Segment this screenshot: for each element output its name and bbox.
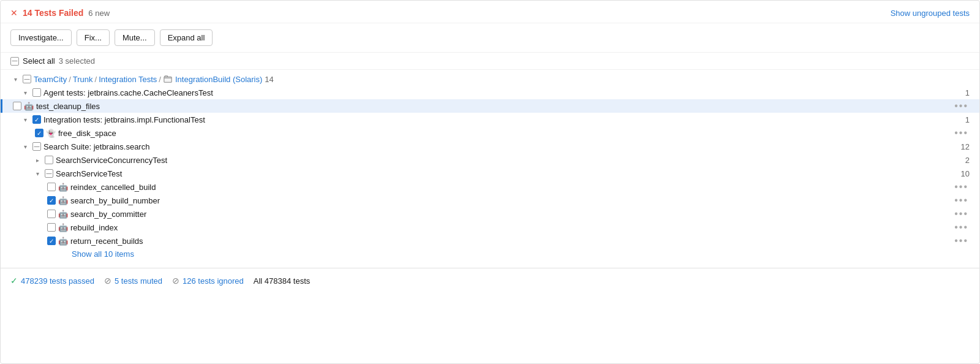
search-suite-label: Search Suite: jetbrains.search <box>43 142 959 151</box>
rebuild-index-label: rebuild_index <box>70 223 952 232</box>
agent-tests-group-row: Agent tests: jetbrains.cache.CacheCleane… <box>1 86 979 99</box>
new-badge: 6 new <box>88 9 110 18</box>
mute-button[interactable]: Mute... <box>115 29 155 46</box>
breadcrumb-checkbox[interactable] <box>23 75 31 83</box>
return-recent-builds-label: return_recent_builds <box>70 237 952 246</box>
concurrency-test-count: 2 <box>965 156 970 165</box>
free-disk-space-icon: 👻 <box>46 128 56 138</box>
passed-item: ✓ 478239 tests passed <box>10 276 94 286</box>
search-by-build-icon: 🤖 <box>58 195 68 205</box>
reindex-cancelled-checkbox[interactable] <box>47 183 56 191</box>
failed-title: 14 Tests Failed <box>23 8 83 18</box>
test-cleanup-files-row: 🤖 test_cleanup_files ••• <box>1 99 979 113</box>
test-cleanup-files-more[interactable]: ••• <box>952 101 970 111</box>
service-test-checkbox[interactable] <box>45 169 53 178</box>
breadcrumb-teamcity[interactable]: TeamCity <box>34 75 67 84</box>
integration-build-count: 14 <box>265 75 273 84</box>
select-all-row: Select all 3 selected <box>1 53 979 70</box>
slash-2: / <box>95 75 97 84</box>
breadcrumb-chevron[interactable] <box>10 74 20 84</box>
service-test-row: SearchServiceTest 10 <box>1 167 979 180</box>
test-cleanup-files-icon: 🤖 <box>24 101 34 111</box>
expand-all-button[interactable]: Expand all <box>160 29 213 46</box>
ignored-icon: ⊘ <box>172 276 179 286</box>
select-all-label: Select all <box>23 56 55 66</box>
header: ✕ 14 Tests Failed 6 new Show ungrouped t… <box>1 1 979 23</box>
return-recent-builds-more[interactable]: ••• <box>952 236 970 246</box>
ignored-item: ⊘ 126 tests ignored <box>172 276 244 286</box>
header-left: ✕ 14 Tests Failed 6 new <box>10 8 110 18</box>
search-by-committer-label: search_by_committer <box>70 210 952 219</box>
slash-3: / <box>159 75 161 84</box>
search-suite-group-row: Search Suite: jetbrains.search 12 <box>1 140 979 153</box>
concurrency-test-label: SearchServiceConcurrencyTest <box>56 156 963 165</box>
ignored-link[interactable]: 126 tests ignored <box>183 276 244 286</box>
passed-link[interactable]: 478239 tests passed <box>21 276 94 286</box>
total-label: All 478384 tests <box>254 276 311 286</box>
integration-tests-chevron[interactable] <box>20 115 30 124</box>
agent-tests-label: Agent tests: jetbrains.cache.CacheCleane… <box>43 88 963 97</box>
footer: ✓ 478239 tests passed ⊘ 5 tests muted ⊘ … <box>1 268 979 293</box>
breadcrumb-row: TeamCity / Trunk / Integration Tests / I… <box>1 72 979 86</box>
concurrency-test-chevron[interactable] <box>32 155 42 165</box>
test-cleanup-files-checkbox[interactable] <box>13 102 21 110</box>
rebuild-index-more[interactable]: ••• <box>952 222 970 232</box>
muted-item: ⊘ 5 tests muted <box>104 276 162 286</box>
fix-button[interactable]: Fix... <box>77 29 110 46</box>
slash-1: / <box>69 75 71 84</box>
search-by-committer-checkbox[interactable] <box>47 210 56 218</box>
toolbar: Investigate... Fix... Mute... Expand all <box>1 23 979 53</box>
folder-icon <box>163 74 173 84</box>
breadcrumb-trunk[interactable]: Trunk <box>73 75 93 84</box>
breadcrumb-integration-build[interactable]: IntegrationBuild (Solaris) <box>175 75 262 84</box>
passed-check-icon: ✓ <box>10 276 18 286</box>
tree-content: TeamCity / Trunk / Integration Tests / I… <box>1 70 979 263</box>
service-test-count: 10 <box>961 169 970 178</box>
return-recent-builds-checkbox[interactable] <box>47 237 56 245</box>
return-recent-builds-row: 🤖 return_recent_builds ••• <box>1 234 979 248</box>
search-by-committer-row: 🤖 search_by_committer ••• <box>1 207 979 221</box>
search-suite-chevron[interactable] <box>20 142 30 151</box>
search-suite-checkbox[interactable] <box>32 142 41 151</box>
reindex-cancelled-label: reindex_cancelled_build <box>70 183 952 192</box>
show-all-link[interactable]: Show all 10 items <box>1 248 979 260</box>
reindex-cancelled-icon: 🤖 <box>58 182 68 192</box>
rebuild-index-checkbox[interactable] <box>47 223 56 232</box>
integration-tests-group-row: Integration tests: jetbrains.impl.Functi… <box>1 113 979 126</box>
concurrency-test-row: SearchServiceConcurrencyTest 2 <box>1 153 979 167</box>
selected-count: 3 selected <box>59 56 95 66</box>
search-by-build-row: 🤖 search_by_build_number ••• <box>1 194 979 207</box>
investigate-button[interactable]: Investigate... <box>10 29 72 46</box>
agent-tests-count: 1 <box>965 88 970 97</box>
breadcrumb-integration-tests[interactable]: Integration Tests <box>99 75 157 84</box>
search-by-committer-more[interactable]: ••• <box>952 209 970 219</box>
agent-tests-chevron[interactable] <box>20 88 30 97</box>
main-container: ✕ 14 Tests Failed 6 new Show ungrouped t… <box>0 0 980 364</box>
service-test-chevron[interactable] <box>32 169 42 178</box>
failed-icon: ✕ <box>10 8 18 18</box>
show-ungrouped-link[interactable]: Show ungrouped tests <box>891 9 970 18</box>
search-by-committer-icon: 🤖 <box>58 209 68 219</box>
test-cleanup-files-label: test_cleanup_files <box>36 102 952 111</box>
rebuild-index-icon: 🤖 <box>58 222 68 232</box>
service-test-label: SearchServiceTest <box>56 169 959 178</box>
free-disk-space-more[interactable]: ••• <box>952 128 970 138</box>
integration-tests-checkbox[interactable] <box>32 115 41 124</box>
integration-tests-count: 1 <box>965 115 970 124</box>
return-recent-builds-icon: 🤖 <box>58 236 68 246</box>
search-suite-count: 12 <box>961 142 970 151</box>
reindex-cancelled-row: 🤖 reindex_cancelled_build ••• <box>1 180 979 194</box>
muted-link[interactable]: 5 tests muted <box>115 276 162 286</box>
integration-tests-label: Integration tests: jetbrains.impl.Functi… <box>43 115 963 124</box>
agent-tests-checkbox[interactable] <box>32 88 41 97</box>
reindex-cancelled-more[interactable]: ••• <box>952 182 970 192</box>
select-all-checkbox[interactable] <box>10 57 19 66</box>
total-item: All 478384 tests <box>254 276 311 286</box>
free-disk-space-checkbox[interactable] <box>35 129 43 137</box>
concurrency-test-checkbox[interactable] <box>45 156 53 164</box>
free-disk-space-row: 👻 free_disk_space ••• <box>1 126 979 140</box>
search-by-build-checkbox[interactable] <box>47 196 56 205</box>
muted-icon: ⊘ <box>104 276 111 286</box>
free-disk-space-label: free_disk_space <box>58 129 952 138</box>
search-by-build-more[interactable]: ••• <box>952 195 970 205</box>
